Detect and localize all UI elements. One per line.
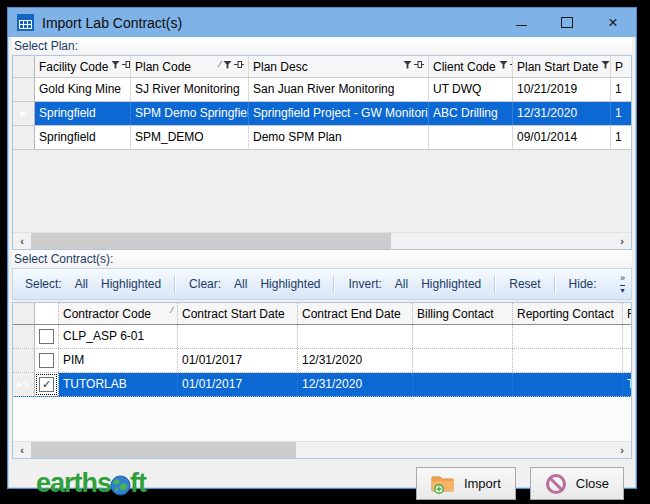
minimize-button[interactable] [498,8,544,37]
filter-funnel-icon[interactable] [499,60,508,69]
cell-clipped[interactable]: 1 [611,102,631,125]
cell-contractor-code[interactable]: CLP_ASP 6-01 [59,325,178,348]
checkbox-checked[interactable]: ✓ [39,377,54,392]
cell-plan-start-date[interactable]: 09/01/2014 [513,126,611,149]
row-header-current[interactable]: ▶ [13,102,35,125]
plan-row[interactable]: Gold King Mine SJ River Monitoring San J… [13,78,631,102]
cell-contractor-code[interactable]: TUTORLAB [59,373,178,396]
cell-facility-code[interactable]: Springfield [35,102,131,125]
cell-plan-code[interactable]: SJ River Monitoring [131,78,249,101]
cell-contractor-code[interactable]: PIM [59,349,178,372]
cell-plan-start-date[interactable]: 12/31/2020 [513,102,611,125]
cell-plan-code[interactable]: SPM_DEMO [131,126,249,149]
contract-row-selected[interactable]: ▶✎ ✓ TUTORLAB 01/01/2017 12/31/2020 Tu [13,373,631,397]
cell-plan-desc[interactable]: Demo SPM Plan [249,126,429,149]
filter-funnel-icon[interactable] [403,60,412,69]
cell-client-code[interactable]: ABC Drilling [429,102,513,125]
column-header-facility-code[interactable]: Facility Code [35,56,131,77]
cell-contract-start-date[interactable] [178,325,298,348]
pin-icon[interactable] [234,60,244,69]
hide-button[interactable]: Hide: [569,277,597,291]
cell-billing-contact[interactable] [413,349,513,372]
checkbox-unchecked[interactable] [39,329,54,344]
row-header[interactable] [13,126,35,149]
column-header-contract-start-date[interactable]: Contract Start Date [178,303,298,324]
filter-funnel-icon[interactable] [601,60,610,69]
checkbox-cell[interactable]: ✓ [35,373,59,396]
cell-client-code[interactable]: UT DWQ [429,78,513,101]
cell-clipped[interactable] [623,325,631,348]
column-header-clipped[interactable]: P [611,56,631,77]
filter-funnel-icon[interactable] [223,60,232,69]
cell-contract-end-date[interactable]: 12/31/2020 [298,349,413,372]
cell-clipped[interactable]: Tu [623,373,631,396]
invert-highlighted-button[interactable]: Highlighted [421,277,481,291]
cell-clipped[interactable]: 1 [611,126,631,149]
cell-plan-start-date[interactable]: 10/21/2019 [513,78,611,101]
cell-billing-contact[interactable] [413,325,513,348]
column-header-reporting-contact[interactable]: Reporting Contact [513,303,623,324]
import-button[interactable]: Import [416,467,516,500]
column-header-client-code[interactable]: Client Code [429,56,513,77]
cell-contract-start-date[interactable]: 01/01/2017 [178,373,298,396]
filter-funnel-icon[interactable] [111,60,120,69]
contracts-row-header-corner[interactable] [13,303,35,324]
cell-facility-code[interactable]: Springfield [35,126,131,149]
contracts-grid-horizontal-scrollbar[interactable]: ‹ › [13,441,631,458]
cell-billing-contact[interactable] [413,373,513,396]
checkbox-cell[interactable] [35,325,59,348]
cell-plan-code[interactable]: SPM Demo Springfield [131,102,249,125]
checkbox-cell[interactable] [35,349,59,372]
row-header-editing[interactable]: ▶✎ [13,373,35,396]
titlebar[interactable]: Import Lab Contract(s) × [8,8,636,37]
select-all-button[interactable]: All [75,277,88,291]
plan-row-selected[interactable]: ▶ Springfield SPM Demo Springfield Sprin… [13,102,631,126]
close-button[interactable]: × [590,8,636,37]
pin-icon[interactable] [122,60,131,69]
cell-contract-start-date[interactable]: 01/01/2017 [178,349,298,372]
maximize-button[interactable] [544,8,590,37]
reset-button[interactable]: Reset [509,277,540,291]
scroll-left-icon[interactable]: ‹ [13,444,31,456]
cell-contract-end-date[interactable] [298,325,413,348]
row-header[interactable] [13,78,35,101]
contract-row[interactable]: CLP_ASP 6-01 [13,325,631,349]
toolbar-overflow-button[interactable]: » ▾ [616,271,629,297]
contract-row[interactable]: PIM 01/01/2017 12/31/2020 [13,349,631,373]
select-highlighted-button[interactable]: Highlighted [101,277,161,291]
cell-facility-code[interactable]: Gold King Mine [35,78,131,101]
column-header-plan-desc[interactable]: Plan Desc [249,56,429,77]
scrollbar-thumb[interactable] [31,442,296,458]
clear-all-button[interactable]: All [234,277,247,291]
cell-clipped[interactable] [623,349,631,372]
plan-grid-horizontal-scrollbar[interactable]: ‹ › [13,232,631,249]
cell-reporting-contact[interactable] [513,349,623,372]
row-header[interactable] [13,325,35,348]
cell-plan-desc[interactable]: San Juan River Monitoring [249,78,429,101]
scroll-left-icon[interactable]: ‹ [13,235,31,247]
clear-highlighted-button[interactable]: Highlighted [260,277,320,291]
close-dialog-button[interactable]: Close [530,467,624,500]
cell-client-code[interactable] [429,126,513,149]
column-header-plan-start-date[interactable]: Plan Start Date [513,56,611,77]
cell-plan-desc[interactable]: Springfield Project - GW Monitorig [249,102,429,125]
column-header-billing-contact[interactable]: Billing Contact [413,303,513,324]
column-header-checkbox[interactable] [35,303,59,324]
cell-reporting-contact[interactable] [513,373,623,396]
cell-reporting-contact[interactable] [513,325,623,348]
scrollbar-thumb[interactable] [31,233,391,249]
column-header-contractor-code[interactable]: Contractor Code ∕ [59,303,178,324]
column-header-contract-end-date[interactable]: Contract End Date [298,303,413,324]
pin-icon[interactable] [414,60,424,69]
checkbox-unchecked[interactable] [39,353,54,368]
column-header-plan-code[interactable]: Plan Code ∕ [131,56,249,77]
cell-clipped[interactable]: 1 [611,78,631,101]
cell-contract-end-date[interactable]: 12/31/2020 [298,373,413,396]
scroll-right-icon[interactable]: › [613,444,631,456]
invert-all-button[interactable]: All [395,277,408,291]
scroll-right-icon[interactable]: › [613,235,631,247]
row-header[interactable] [13,349,35,372]
plan-row-header-corner[interactable] [13,56,35,77]
column-header-clipped[interactable]: R [623,303,631,324]
plan-row[interactable]: Springfield SPM_DEMO Demo SPM Plan 09/01… [13,126,631,150]
